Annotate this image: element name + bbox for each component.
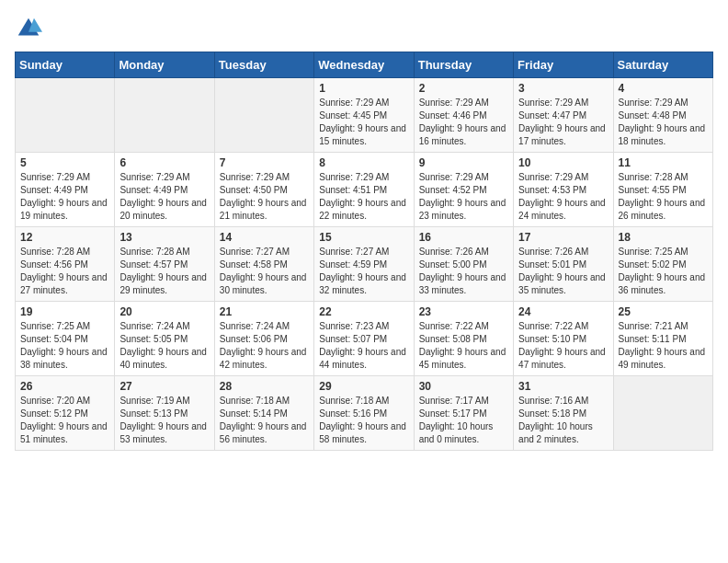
day-number: 4	[619, 82, 708, 95]
day-number: 29	[319, 380, 408, 393]
calendar-cell: 1Sunrise: 7:29 AMSunset: 4:45 PMDaylight…	[314, 78, 414, 153]
weekday-header-friday: Friday	[514, 52, 613, 78]
calendar-cell: 29Sunrise: 7:18 AMSunset: 5:16 PMDayligh…	[314, 376, 414, 451]
calendar-cell: 7Sunrise: 7:29 AMSunset: 4:50 PMDaylight…	[214, 153, 313, 227]
calendar-table: SundayMondayTuesdayWednesdayThursdayFrid…	[15, 52, 713, 451]
calendar-cell	[214, 78, 313, 153]
day-number: 22	[319, 305, 408, 318]
cell-info: Sunrise: 7:28 AMSunset: 4:56 PMDaylight:…	[20, 246, 109, 297]
cell-info: Sunrise: 7:27 AMSunset: 4:59 PMDaylight:…	[319, 246, 408, 297]
day-number: 2	[419, 82, 508, 95]
calendar-cell	[613, 376, 712, 451]
cell-info: Sunrise: 7:18 AMSunset: 5:16 PMDaylight:…	[319, 395, 408, 446]
calendar-cell: 17Sunrise: 7:26 AMSunset: 5:01 PMDayligh…	[514, 227, 613, 302]
calendar-cell: 13Sunrise: 7:28 AMSunset: 4:57 PMDayligh…	[115, 227, 214, 302]
cell-info: Sunrise: 7:26 AMSunset: 5:01 PMDaylight:…	[518, 246, 608, 297]
cell-info: Sunrise: 7:27 AMSunset: 4:58 PMDaylight:…	[220, 246, 309, 297]
calendar-cell: 3Sunrise: 7:29 AMSunset: 4:47 PMDaylight…	[514, 78, 613, 153]
day-number: 30	[419, 380, 508, 393]
cell-info: Sunrise: 7:16 AMSunset: 5:18 PMDaylight:…	[518, 395, 608, 446]
cell-info: Sunrise: 7:25 AMSunset: 5:04 PMDaylight:…	[20, 320, 109, 372]
calendar-cell: 12Sunrise: 7:28 AMSunset: 4:56 PMDayligh…	[16, 227, 115, 302]
day-number: 24	[518, 305, 608, 318]
calendar-cell: 8Sunrise: 7:29 AMSunset: 4:51 PMDaylight…	[314, 153, 414, 227]
cell-info: Sunrise: 7:29 AMSunset: 4:53 PMDaylight:…	[518, 171, 608, 223]
cell-info: Sunrise: 7:21 AMSunset: 5:11 PMDaylight:…	[619, 320, 708, 372]
day-number: 12	[20, 231, 109, 244]
calendar-week-row: 5Sunrise: 7:29 AMSunset: 4:49 PMDaylight…	[16, 153, 713, 227]
day-number: 23	[419, 305, 508, 318]
cell-info: Sunrise: 7:20 AMSunset: 5:12 PMDaylight:…	[20, 395, 109, 446]
calendar-cell: 26Sunrise: 7:20 AMSunset: 5:12 PMDayligh…	[16, 376, 115, 451]
cell-info: Sunrise: 7:24 AMSunset: 5:05 PMDaylight:…	[119, 320, 209, 372]
calendar-week-row: 12Sunrise: 7:28 AMSunset: 4:56 PMDayligh…	[16, 227, 713, 302]
calendar-cell: 15Sunrise: 7:27 AMSunset: 4:59 PMDayligh…	[314, 227, 414, 302]
day-number: 3	[518, 82, 608, 95]
page-header	[15, 15, 713, 42]
day-number: 20	[119, 305, 209, 318]
calendar-cell: 27Sunrise: 7:19 AMSunset: 5:13 PMDayligh…	[115, 376, 214, 451]
day-number: 1	[319, 82, 408, 95]
calendar-week-row: 19Sunrise: 7:25 AMSunset: 5:04 PMDayligh…	[16, 302, 713, 376]
calendar-cell: 9Sunrise: 7:29 AMSunset: 4:52 PMDaylight…	[414, 153, 513, 227]
day-number: 9	[419, 156, 508, 169]
calendar-cell: 16Sunrise: 7:26 AMSunset: 5:00 PMDayligh…	[414, 227, 513, 302]
calendar-cell: 4Sunrise: 7:29 AMSunset: 4:48 PMDaylight…	[613, 78, 712, 153]
calendar-cell: 5Sunrise: 7:29 AMSunset: 4:49 PMDaylight…	[16, 153, 115, 227]
weekday-header-sunday: Sunday	[16, 52, 115, 78]
day-number: 25	[619, 305, 708, 318]
cell-info: Sunrise: 7:29 AMSunset: 4:51 PMDaylight:…	[319, 171, 408, 223]
weekday-header-monday: Monday	[115, 52, 214, 78]
calendar-cell: 2Sunrise: 7:29 AMSunset: 4:46 PMDaylight…	[414, 78, 513, 153]
day-number: 14	[220, 231, 309, 244]
day-number: 6	[119, 156, 209, 169]
calendar-cell: 11Sunrise: 7:28 AMSunset: 4:55 PMDayligh…	[613, 153, 712, 227]
calendar-cell: 25Sunrise: 7:21 AMSunset: 5:11 PMDayligh…	[613, 302, 712, 376]
calendar-cell: 30Sunrise: 7:17 AMSunset: 5:17 PMDayligh…	[414, 376, 513, 451]
calendar-cell: 10Sunrise: 7:29 AMSunset: 4:53 PMDayligh…	[514, 153, 613, 227]
day-number: 21	[220, 305, 309, 318]
weekday-header-tuesday: Tuesday	[214, 52, 313, 78]
logo	[15, 15, 46, 42]
day-number: 5	[20, 156, 109, 169]
cell-info: Sunrise: 7:28 AMSunset: 4:57 PMDaylight:…	[119, 246, 209, 297]
calendar-cell: 20Sunrise: 7:24 AMSunset: 5:05 PMDayligh…	[115, 302, 214, 376]
cell-info: Sunrise: 7:23 AMSunset: 5:07 PMDaylight:…	[319, 320, 408, 372]
cell-info: Sunrise: 7:25 AMSunset: 5:02 PMDaylight:…	[619, 246, 708, 297]
day-number: 27	[119, 380, 209, 393]
cell-info: Sunrise: 7:28 AMSunset: 4:55 PMDaylight:…	[619, 171, 708, 223]
cell-info: Sunrise: 7:19 AMSunset: 5:13 PMDaylight:…	[119, 395, 209, 446]
calendar-cell: 31Sunrise: 7:16 AMSunset: 5:18 PMDayligh…	[514, 376, 613, 451]
cell-info: Sunrise: 7:29 AMSunset: 4:46 PMDaylight:…	[419, 97, 508, 148]
weekday-header-wednesday: Wednesday	[314, 52, 414, 78]
cell-info: Sunrise: 7:29 AMSunset: 4:49 PMDaylight:…	[119, 171, 209, 223]
cell-info: Sunrise: 7:29 AMSunset: 4:47 PMDaylight:…	[518, 97, 608, 148]
calendar-week-row: 1Sunrise: 7:29 AMSunset: 4:45 PMDaylight…	[16, 78, 713, 153]
day-number: 11	[619, 156, 708, 169]
calendar-cell: 21Sunrise: 7:24 AMSunset: 5:06 PMDayligh…	[214, 302, 313, 376]
day-number: 19	[20, 305, 109, 318]
day-number: 18	[619, 231, 708, 244]
day-number: 31	[518, 380, 608, 393]
calendar-cell: 22Sunrise: 7:23 AMSunset: 5:07 PMDayligh…	[314, 302, 414, 376]
calendar-cell: 19Sunrise: 7:25 AMSunset: 5:04 PMDayligh…	[16, 302, 115, 376]
cell-info: Sunrise: 7:29 AMSunset: 4:45 PMDaylight:…	[319, 97, 408, 148]
logo-icon	[15, 15, 42, 42]
calendar-cell	[16, 78, 115, 153]
cell-info: Sunrise: 7:18 AMSunset: 5:14 PMDaylight:…	[220, 395, 309, 446]
calendar-cell: 18Sunrise: 7:25 AMSunset: 5:02 PMDayligh…	[613, 227, 712, 302]
day-number: 16	[419, 231, 508, 244]
cell-info: Sunrise: 7:22 AMSunset: 5:10 PMDaylight:…	[518, 320, 608, 372]
day-number: 13	[119, 231, 209, 244]
calendar-cell: 28Sunrise: 7:18 AMSunset: 5:14 PMDayligh…	[214, 376, 313, 451]
day-number: 26	[20, 380, 109, 393]
weekday-header-saturday: Saturday	[613, 52, 712, 78]
calendar-week-row: 26Sunrise: 7:20 AMSunset: 5:12 PMDayligh…	[16, 376, 713, 451]
cell-info: Sunrise: 7:22 AMSunset: 5:08 PMDaylight:…	[419, 320, 508, 372]
cell-info: Sunrise: 7:17 AMSunset: 5:17 PMDaylight:…	[419, 395, 508, 446]
day-number: 17	[518, 231, 608, 244]
day-number: 7	[220, 156, 309, 169]
day-number: 10	[518, 156, 608, 169]
calendar-cell: 14Sunrise: 7:27 AMSunset: 4:58 PMDayligh…	[214, 227, 313, 302]
cell-info: Sunrise: 7:29 AMSunset: 4:52 PMDaylight:…	[419, 171, 508, 223]
